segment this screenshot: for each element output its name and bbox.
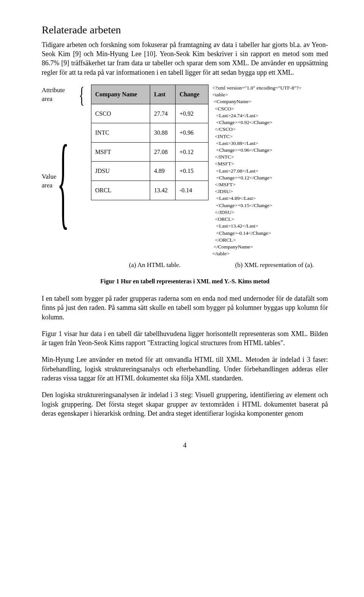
table-row: JDSU4.89+0.15 bbox=[91, 162, 209, 181]
table-cell: -0.14 bbox=[176, 181, 209, 200]
table-cell: 4.89 bbox=[150, 162, 176, 181]
table-row: INTC30.88+0.96 bbox=[91, 123, 209, 143]
col-header: Company Name bbox=[91, 85, 150, 104]
table-row: CSCO27.74+0.92 bbox=[91, 104, 209, 123]
xml-panel: <?xml version="1.0" encoding="UTF-8"?> <… bbox=[212, 85, 328, 257]
brace-icon: { bbox=[79, 91, 84, 98]
paragraph-2: I en tabell som bygger på rader gruppera… bbox=[42, 294, 328, 322]
table-header-row: Company Name Last Change bbox=[91, 85, 209, 104]
section-heading: Relaterade arbeten bbox=[42, 23, 328, 37]
brace-icon: { bbox=[57, 168, 69, 194]
table-cell: 27.74 bbox=[150, 104, 176, 123]
table-cell: 13.42 bbox=[150, 181, 176, 200]
table-cell: +0.96 bbox=[176, 123, 209, 143]
table-cell: MSFT bbox=[91, 142, 150, 162]
table-row: MSFT27.08+0.12 bbox=[91, 142, 209, 162]
table-row: ORCL13.42-0.14 bbox=[91, 181, 209, 200]
subcaption-b: (b) XML representation of (a). bbox=[235, 261, 314, 270]
table-cell: 30.88 bbox=[150, 123, 176, 143]
paragraph-4: Min-Hyung Lee använder en metod för att … bbox=[42, 355, 328, 383]
subcaption-a: (a) An HTML table. bbox=[129, 261, 205, 270]
figure-subcaptions: (a) An HTML table. (b) XML representatio… bbox=[42, 261, 328, 270]
page-number: 4 bbox=[42, 441, 328, 450]
table-cell: JDSU bbox=[91, 162, 150, 181]
table-cell: 27.08 bbox=[150, 142, 176, 162]
paragraph-3: Figur 1 visar hur data i en tabell där t… bbox=[42, 329, 328, 348]
figure-caption: Figur 1 Hur en tabell representeras i XM… bbox=[42, 277, 328, 286]
figure-area-labels: Attribute area { Value area { bbox=[42, 85, 87, 257]
figure-1: Attribute area { Value area { Company Na… bbox=[42, 85, 328, 286]
paragraph-5: Den logiska struktureringsanalysen är in… bbox=[42, 390, 328, 418]
table-cell: CSCO bbox=[91, 104, 150, 123]
table-cell: +0.12 bbox=[176, 142, 209, 162]
table-cell: INTC bbox=[91, 123, 150, 143]
paragraph-1: Tidigare arbeten och forskning som fokus… bbox=[42, 40, 328, 77]
value-area-label: Value area bbox=[42, 173, 56, 190]
table-cell: +0.15 bbox=[176, 162, 209, 181]
stock-table: Company Name Last Change CSCO27.74+0.92I… bbox=[91, 85, 209, 200]
col-header: Last bbox=[150, 85, 176, 104]
col-header: Change bbox=[176, 85, 209, 104]
attribute-area-label: Attribute area bbox=[42, 86, 75, 104]
table-cell: ORCL bbox=[91, 181, 150, 200]
table-cell: +0.92 bbox=[176, 104, 209, 123]
html-table-panel: Company Name Last Change CSCO27.74+0.92I… bbox=[91, 85, 209, 257]
